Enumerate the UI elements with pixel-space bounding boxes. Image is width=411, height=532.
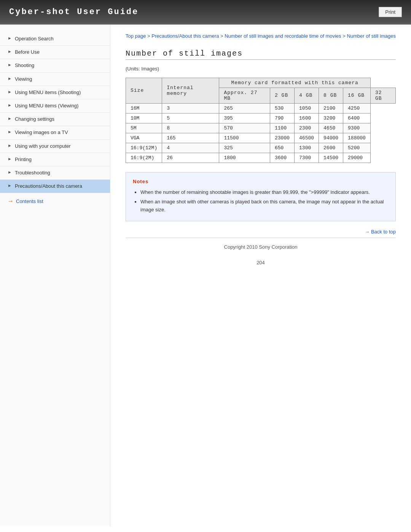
cell-gb16: 2100 <box>319 103 343 113</box>
notes-list: When the number of remaining shootable i… <box>133 189 389 214</box>
cell-gb2: 325 <box>219 143 270 153</box>
copyright-text: Copyright 2010 Sony Corporation <box>224 244 298 250</box>
sidebar-arrow-icon: ► <box>8 89 12 94</box>
cell-gb2: 570 <box>219 123 270 133</box>
col-gb8: 8 GB <box>319 88 343 103</box>
sidebar-arrow-icon: ► <box>8 49 12 54</box>
sidebar-arrow-icon: ► <box>8 129 12 134</box>
sidebar-item-troubleshooting[interactable]: ►Troubleshooting <box>0 166 110 180</box>
cell-gb4: 1100 <box>270 123 295 133</box>
cell-gb8: 46500 <box>295 133 319 143</box>
cell-gb16: 4650 <box>319 123 343 133</box>
cell-internal: 3 <box>162 103 219 113</box>
cell-gb2: 1800 <box>219 153 270 163</box>
sidebar-item-label: Shooting <box>15 62 34 69</box>
contents-list-link[interactable]: → Contents list <box>0 193 110 209</box>
cell-gb4: 650 <box>270 143 295 153</box>
sidebar-arrow-icon: ► <box>8 183 12 188</box>
col-internal-memory: Internal memory <box>162 78 219 103</box>
sidebar-item-using-menu-shooting[interactable]: ►Using MENU items (Shooting) <box>0 86 110 99</box>
cell-gb16: 14500 <box>319 153 343 163</box>
cell-gb4: 530 <box>270 103 295 113</box>
sidebar-item-label: Precautions/About this camera <box>15 183 82 190</box>
cell-gb8: 1050 <box>295 103 319 113</box>
cell-gb8: 7300 <box>295 153 319 163</box>
breadcrumb: Top page > Precautions/About this camera… <box>126 32 396 40</box>
sidebar-item-label: Using MENU items (Shooting) <box>15 89 81 96</box>
cell-gb4: 3600 <box>270 153 295 163</box>
sidebar-item-operation-search[interactable]: ►Operation Search <box>0 32 110 46</box>
sidebar-item-before-use[interactable]: ►Before Use <box>0 46 110 59</box>
print-button[interactable]: Print <box>379 7 402 17</box>
cell-internal: 165 <box>162 133 219 143</box>
table-row: 16:9(2M) 26 1800 3600 7300 14500 29000 <box>126 153 396 163</box>
sidebar-item-using-with-computer[interactable]: ►Using with your computer <box>0 140 110 153</box>
col-gb32: 32 GB <box>370 88 395 103</box>
sidebar: ►Operation Search►Before Use►Shooting►Vi… <box>0 25 110 526</box>
breadcrumb-number-images-movies[interactable]: Number of still images and recordable ti… <box>225 33 341 39</box>
footer: Copyright 2010 Sony Corporation <box>126 238 396 256</box>
table-row: 5M 8 570 1100 2300 4650 9300 <box>126 123 396 133</box>
units-text: (Units: Images) <box>126 66 396 72</box>
sidebar-item-label: Printing <box>15 156 32 163</box>
breadcrumb-top-page[interactable]: Top page <box>126 33 146 39</box>
table-row: 10M 5 395 790 1600 3200 6400 <box>126 113 396 123</box>
main-layout: ►Operation Search►Before Use►Shooting►Vi… <box>0 25 411 526</box>
breadcrumb-number-still[interactable]: Number of still images <box>347 33 396 39</box>
cell-size: 5M <box>126 123 162 133</box>
sidebar-item-label: Using MENU items (Viewing) <box>15 102 78 109</box>
col-memory-card: Memory card formatted with this camera <box>219 78 370 88</box>
sidebar-item-label: Viewing images on a TV <box>15 129 68 136</box>
sidebar-arrow-icon: ► <box>8 76 12 81</box>
cell-gb16: 94000 <box>319 133 343 143</box>
cell-gb4: 23000 <box>270 133 295 143</box>
sidebar-item-label: Viewing <box>15 76 32 83</box>
notes-list-item: When the number of remaining shootable i… <box>134 189 389 197</box>
cell-gb32: 9300 <box>343 123 371 133</box>
contents-list-arrow-icon: → <box>8 198 14 204</box>
cell-size: 10M <box>126 113 162 123</box>
sidebar-item-changing-settings[interactable]: ►Changing settings <box>0 113 110 126</box>
cell-internal: 26 <box>162 153 219 163</box>
breadcrumb-precautions[interactable]: Precautions/About this camera <box>151 33 219 39</box>
sidebar-arrow-icon: ► <box>8 103 12 107</box>
notes-list-item: When an image shot with other cameras is… <box>134 198 389 214</box>
table-row: VGA 165 11500 23000 46500 94000 188000 <box>126 133 396 143</box>
sidebar-item-precautions[interactable]: ►Precautions/About this camera <box>0 180 110 193</box>
sidebar-item-label: Changing settings <box>15 116 54 123</box>
sidebar-arrow-icon: ► <box>8 170 12 174</box>
cell-gb16: 3200 <box>319 113 343 123</box>
cell-gb8: 2300 <box>295 123 319 133</box>
cell-size: 16:9(12M) <box>126 143 162 153</box>
sidebar-item-shooting[interactable]: ►Shooting <box>0 59 110 72</box>
cell-gb32: 4250 <box>343 103 371 113</box>
cell-gb32: 5200 <box>343 143 371 153</box>
sidebar-item-viewing[interactable]: ►Viewing <box>0 73 110 86</box>
cell-gb2: 11500 <box>219 133 270 143</box>
cell-size: 16:9(2M) <box>126 153 162 163</box>
cell-size: 16M <box>126 103 162 113</box>
cell-gb8: 1300 <box>295 143 319 153</box>
sidebar-item-viewing-images-tv[interactable]: ►Viewing images on a TV <box>0 126 110 139</box>
sidebar-item-printing[interactable]: ►Printing <box>0 153 110 166</box>
cell-internal: 5 <box>162 113 219 123</box>
page-header: Cyber-shot User Guide Print <box>0 0 411 25</box>
notes-title: Notes <box>133 178 389 186</box>
sidebar-arrow-icon: ► <box>8 116 12 121</box>
site-title: Cyber-shot User Guide <box>9 7 139 17</box>
back-to-top-row: Back to top <box>126 229 396 235</box>
cell-gb2: 395 <box>219 113 270 123</box>
sidebar-item-using-menu-viewing[interactable]: ►Using MENU items (Viewing) <box>0 99 110 113</box>
sidebar-item-label: Using with your computer <box>15 143 71 150</box>
data-table: Size Internal memory Memory card formatt… <box>126 78 396 163</box>
sidebar-item-label: Troubleshooting <box>15 169 50 176</box>
back-to-top-link[interactable]: Back to top <box>365 229 396 235</box>
cell-gb8: 1600 <box>295 113 319 123</box>
cell-gb32: 188000 <box>343 133 371 143</box>
sidebar-arrow-icon: ► <box>8 62 12 67</box>
title-divider <box>126 59 396 60</box>
col-gb4: 4 GB <box>295 88 319 103</box>
page-number: 204 <box>126 256 396 269</box>
cell-gb2: 265 <box>219 103 270 113</box>
sidebar-item-label: Operation Search <box>15 35 54 42</box>
